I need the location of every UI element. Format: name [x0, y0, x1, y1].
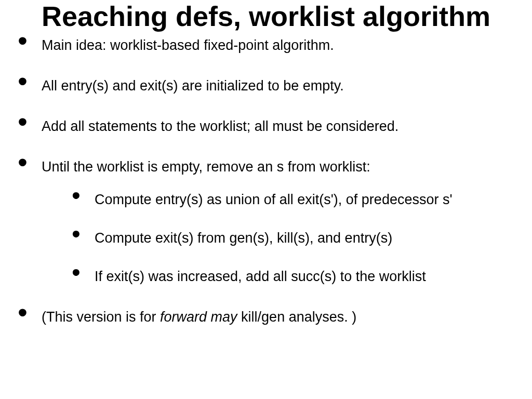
bullet-item: Add all statements to the worklist; all … — [18, 118, 522, 136]
bullet-item: Main idea: worklist-based fixed-point al… — [18, 37, 522, 55]
bullet-text: Add all statements to the worklist; all … — [42, 118, 398, 134]
bullet-item: All entry(s) and exit(s) are initialized… — [18, 77, 522, 95]
sub-bullet-list: Compute entry(s) as union of all exit(s'… — [42, 191, 522, 285]
bullet-list: Main idea: worklist-based fixed-point al… — [0, 37, 532, 326]
bullet-text: Until the worklist is empty, remove an s… — [42, 159, 370, 175]
bullet-item: (This version is for forward may kill/ge… — [18, 309, 522, 326]
sub-bullet-item: If exit(s) was increased, add all succ(s… — [72, 268, 522, 286]
bullet-text: All entry(s) and exit(s) are initialized… — [42, 78, 344, 94]
bullet-text-suffix: kill/gen analyses. ) — [237, 309, 357, 325]
sub-bullet-text: Compute entry(s) as union of all exit(s'… — [95, 192, 453, 207]
bullet-item: Until the worklist is empty, remove an s… — [18, 158, 522, 286]
slide: Reaching defs, worklist algorithm Main i… — [0, 0, 532, 399]
bullet-text: Main idea: worklist-based fixed-point al… — [42, 37, 334, 53]
sub-bullet-item: Compute entry(s) as union of all exit(s'… — [72, 191, 522, 209]
bullet-text-em: forward may — [160, 309, 237, 325]
bullet-text-prefix: (This version is for — [42, 309, 160, 325]
sub-bullet-text: Compute exit(s) from gen(s), kill(s), an… — [95, 230, 392, 246]
sub-bullet-text: If exit(s) was increased, add all succ(s… — [95, 269, 426, 284]
sub-bullet-item: Compute exit(s) from gen(s), kill(s), an… — [72, 230, 522, 247]
slide-title: Reaching defs, worklist algorithm — [0, 0, 532, 32]
